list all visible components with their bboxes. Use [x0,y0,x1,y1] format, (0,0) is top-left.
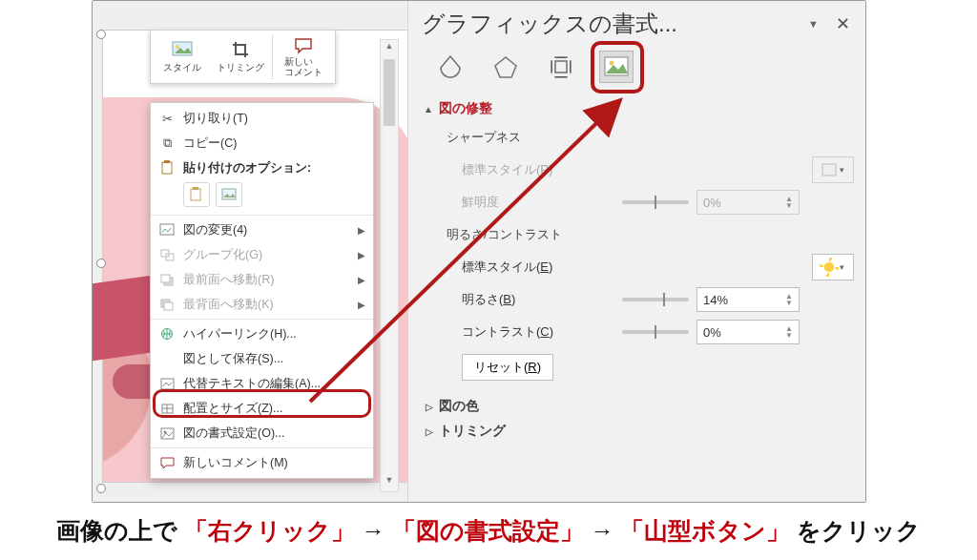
tab-effects[interactable] [488,51,523,83]
submenu-arrow-icon: ▶ [358,300,365,310]
tab-picture[interactable] [599,51,634,83]
vertical-scrollbar[interactable]: ▲ ▼ [380,39,399,492]
svg-rect-23 [822,164,836,176]
sharpness-amount-label: 鮮明度 [462,194,614,211]
expand-icon: ▷ [426,426,433,437]
paste-option-keep-formatting[interactable] [183,182,210,207]
svg-rect-11 [161,275,170,282]
sharpness-slider [622,200,689,204]
svg-rect-4 [191,189,200,200]
crop-icon [230,40,251,59]
hyperlink-icon [158,325,176,342]
pane-options-caret-icon[interactable]: ▼ [808,18,821,30]
brightness-label: 明るさ(B) [462,291,614,308]
submenu-arrow-icon: ▶ [358,250,365,260]
tab-size[interactable] [544,51,578,83]
comment-icon [158,454,176,471]
menu-alt-text[interactable]: 代替テキストの編集(A)... [151,371,373,396]
sharpness-value: 0% ▲▼ [696,190,800,215]
menu-new-comment[interactable]: 新しいコメント(M) [151,450,373,475]
selection-handle[interactable] [96,30,106,39]
group-icon [158,246,176,263]
mini-toolbar: スタイル トリミング 新しい コメント [150,30,336,84]
selection-handle[interactable] [96,259,106,268]
format-pane: グラフィックスの書式... ▼ ✕ ▲ 図の修整 シャープネス [407,1,865,502]
section-label: 図の色 [439,398,479,415]
comment-icon [293,36,314,55]
menu-send-back: 最背面へ移動(K) ▶ [151,292,373,317]
menu-change-picture[interactable]: 図の変更(4) ▶ [151,218,373,242]
separator [272,34,273,79]
svg-rect-3 [164,160,170,163]
pane-tabstrip [433,51,854,83]
style-label: スタイル [163,61,201,74]
sun-icon [821,259,837,275]
crop-label: トリミング [217,61,264,74]
svg-rect-6 [222,189,236,199]
chevron-down-icon: ▾ [840,262,844,272]
format-picture-icon [158,425,176,442]
menu-hyperlink[interactable]: ハイパーリンク(H)... [151,321,373,346]
menu-paste-header: 貼り付けのオプション: [151,156,373,180]
menu-separator [151,447,373,448]
svg-marker-19 [495,57,516,77]
menu-size-position[interactable]: 配置とサイズ(Z)... [151,396,373,421]
size-position-icon [158,400,176,417]
svg-rect-2 [162,162,172,174]
spinner-arrows-icon[interactable]: ▲▼ [785,293,793,306]
bring-front-icon [158,271,176,288]
preset-style-e-button[interactable]: ▾ [812,254,854,280]
section-label: 図の修整 [439,100,492,117]
new-comment-button[interactable]: 新しい コメント [277,34,331,79]
section-picture-color[interactable]: ▷ 図の色 [426,398,854,415]
scroll-thumb[interactable] [384,59,395,126]
contrast-value[interactable]: 0% ▲▼ [696,320,800,344]
copy-icon: ⧉ [158,135,176,152]
screenshot-viewport: ▲ ▼ スタイル トリミング 新しい コメント ✂ [92,0,866,503]
menu-separator [151,215,373,216]
menu-format-picture[interactable]: 図の書式設定(O)... [151,421,373,446]
spinner-arrows-icon: ▲▼ [785,196,793,209]
pane-title: グラフィックスの書式... [422,9,799,39]
tab-fill[interactable] [433,51,468,83]
menu-cut[interactable]: ✂ 切り取り(T) [151,106,373,131]
paste-option-picture[interactable] [216,182,242,207]
svg-rect-13 [164,302,173,310]
svg-rect-7 [160,224,174,235]
scroll-up-icon[interactable]: ▲ [381,41,398,56]
spinner-arrows-icon[interactable]: ▲▼ [785,325,793,339]
menu-group: グループ化(G) ▶ [151,242,373,267]
menu-save-as-picture[interactable]: 図として保存(S)... [151,346,373,371]
new-comment-label: 新しい コメント [284,57,322,77]
contrast-label: コントラスト(C) [462,323,614,341]
menu-copy[interactable]: ⧉ コピー(C) [151,131,373,156]
pane-header: グラフィックスの書式... ▼ ✕ [422,5,854,45]
contrast-slider[interactable] [622,330,689,334]
expand-icon: ▷ [426,402,433,412]
instruction-caption: 画像の上で 「右クリック」 → 「図の書式設定」 → 「山型ボタン」 をクリック [0,515,977,547]
section-corrections[interactable]: ▲ 図の修整 [424,100,854,117]
crop-button[interactable]: トリミング [213,34,267,79]
paste-options [151,180,373,213]
selection-handle[interactable] [96,484,106,493]
picture-style-icon [172,40,193,59]
submenu-arrow-icon: ▶ [358,225,365,236]
svg-point-1 [176,45,179,49]
pane-close-button[interactable]: ✕ [831,13,854,34]
subsection-brightness-contrast: 明るさ/コントラスト [447,226,854,243]
section-crop[interactable]: ▷ トリミング [426,423,854,440]
reset-button[interactable]: リセット(R) [462,354,553,381]
svg-rect-5 [193,187,198,190]
brightness-value[interactable]: 14% ▲▼ [696,287,800,312]
scroll-down-icon[interactable]: ▼ [381,475,398,490]
preset-style-e-label: 標準スタイル(E) [462,259,614,276]
brightness-slider[interactable] [622,298,689,301]
style-button[interactable]: スタイル [155,34,209,79]
chevron-down-icon: ▾ [840,165,844,175]
paste-icon [158,159,176,176]
menu-bring-front: 最前面へ移動(R) ▶ [151,267,373,292]
save-icon [158,350,176,367]
alt-text-icon [158,375,176,392]
cut-icon: ✂ [158,110,176,127]
svg-rect-20 [555,61,567,73]
